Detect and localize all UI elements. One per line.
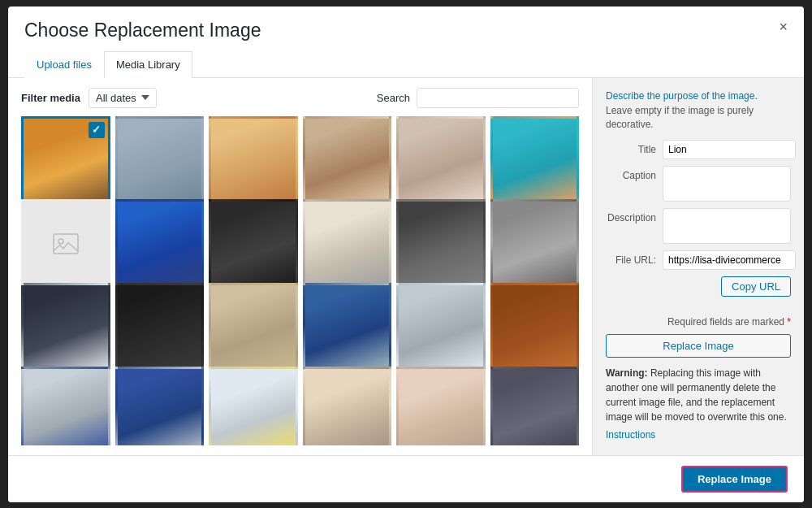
file-url-input[interactable] bbox=[663, 250, 796, 270]
caption-label: Caption bbox=[606, 166, 663, 181]
image-thumb-1[interactable]: ✓ bbox=[21, 116, 110, 206]
description-label: Description bbox=[606, 208, 663, 224]
caption-field-row: Caption bbox=[606, 166, 791, 202]
choose-replacement-dialog: Choose Replacement Image × Upload files … bbox=[8, 7, 804, 502]
image-thumb-13[interactable] bbox=[21, 283, 110, 372]
image-thumb-8[interactable] bbox=[115, 199, 205, 289]
file-url-row: File URL: bbox=[606, 250, 791, 270]
dialog-header: Choose Replacement Image × Upload files … bbox=[8, 7, 804, 78]
image-thumb-3[interactable] bbox=[209, 116, 298, 206]
filter-left: Filter media All dates bbox=[21, 88, 157, 108]
image-thumb-7[interactable] bbox=[21, 199, 110, 289]
image-thumb-4[interactable] bbox=[303, 116, 392, 206]
sidebar-panel: Describe the purpose of the image. Leave… bbox=[593, 78, 804, 455]
required-note: Required fields are marked * bbox=[606, 316, 791, 328]
dialog-title: Choose Replacement Image bbox=[24, 20, 788, 41]
image-thumb-14[interactable] bbox=[115, 283, 205, 372]
image-thumb-12[interactable] bbox=[490, 199, 580, 289]
image-thumb-23[interactable] bbox=[396, 367, 486, 445]
file-url-label: File URL: bbox=[606, 250, 663, 266]
search-row: Search bbox=[377, 88, 579, 108]
title-input[interactable] bbox=[663, 140, 796, 159]
filter-label: Filter media bbox=[21, 92, 80, 104]
tab-upload-files[interactable]: Upload files bbox=[24, 51, 104, 78]
replace-image-button-sidebar[interactable]: Replace Image bbox=[606, 334, 791, 358]
media-area: Filter media All dates Search ✓ bbox=[8, 78, 593, 455]
title-field-row: Title bbox=[606, 140, 791, 159]
image-thumb-19[interactable] bbox=[21, 367, 110, 445]
image-thumb-21[interactable] bbox=[209, 367, 298, 445]
svg-point-1 bbox=[58, 239, 63, 244]
warning-text: Warning: Replacing this image with anoth… bbox=[606, 366, 791, 424]
image-thumb-22[interactable] bbox=[303, 367, 392, 445]
search-label: Search bbox=[377, 92, 410, 104]
image-thumb-20[interactable] bbox=[115, 367, 205, 445]
svg-rect-0 bbox=[54, 234, 78, 254]
image-thumb-10[interactable] bbox=[303, 199, 392, 289]
image-thumb-17[interactable] bbox=[396, 283, 486, 372]
image-thumb-11[interactable] bbox=[396, 199, 486, 289]
image-thumb-5[interactable] bbox=[396, 116, 486, 206]
replace-image-button-bottom[interactable]: Replace Image bbox=[681, 466, 788, 493]
modal-overlay: Choose Replacement Image × Upload files … bbox=[0, 0, 812, 508]
image-thumb-24[interactable] bbox=[490, 367, 580, 445]
tab-bar: Upload files Media Library bbox=[24, 51, 788, 77]
title-label: Title bbox=[606, 140, 663, 155]
filter-select[interactable]: All dates bbox=[89, 88, 157, 108]
tab-media-library[interactable]: Media Library bbox=[104, 51, 192, 78]
dialog-body: Filter media All dates Search ✓ bbox=[8, 78, 804, 455]
bottom-bar: Replace Image bbox=[8, 455, 804, 502]
image-thumb-16[interactable] bbox=[303, 283, 392, 372]
description-textarea[interactable] bbox=[663, 208, 791, 244]
image-thumb-15[interactable] bbox=[209, 283, 298, 372]
image-thumb-18[interactable] bbox=[490, 283, 580, 372]
placeholder-image-icon bbox=[24, 202, 108, 286]
filter-row: Filter media All dates Search bbox=[21, 88, 579, 108]
instructions-link[interactable]: Instructions bbox=[606, 429, 791, 441]
describe-purpose-link[interactable]: Describe the purpose of the image. bbox=[606, 89, 791, 103]
image-thumb-9[interactable] bbox=[209, 199, 298, 289]
close-button[interactable]: × bbox=[774, 18, 793, 36]
image-grid: ✓ bbox=[21, 116, 579, 445]
description-field-row: Description bbox=[606, 208, 791, 244]
selected-checkmark: ✓ bbox=[89, 122, 105, 138]
caption-textarea[interactable] bbox=[663, 166, 791, 202]
copy-url-button[interactable]: Copy URL bbox=[721, 276, 791, 297]
image-thumb-6[interactable] bbox=[490, 116, 580, 206]
image-thumb-2[interactable] bbox=[115, 116, 205, 206]
purpose-suffix-text: Leave empty if the image is purely decor… bbox=[606, 105, 754, 130]
search-input[interactable] bbox=[417, 88, 579, 108]
